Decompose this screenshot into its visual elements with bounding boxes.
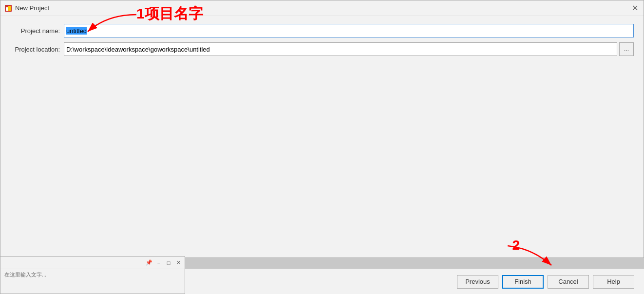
project-location-label: Project location: xyxy=(10,46,64,53)
small-window-text: 在这里输入文字... xyxy=(4,272,46,277)
close-button[interactable]: ✕ xyxy=(630,3,640,13)
title-bar: New Project ✕ xyxy=(0,0,644,16)
project-name-label: Project name: xyxy=(10,27,64,35)
svg-rect-1 xyxy=(6,7,8,11)
browse-button[interactable]: ... xyxy=(619,42,634,56)
pin-button[interactable]: 📌 xyxy=(146,259,152,266)
small-close-button[interactable]: ✕ xyxy=(175,259,182,266)
project-name-input[interactable] xyxy=(64,24,634,37)
small-window-title-bar: 📌 − □ ✕ xyxy=(0,257,185,269)
small-floating-window: 📌 − □ ✕ 在这里输入文字... xyxy=(0,256,185,294)
maximize-button[interactable]: □ xyxy=(165,259,172,266)
previous-button[interactable]: Previous xyxy=(457,275,498,289)
content-area: Project name: Project location: ... xyxy=(0,16,644,257)
project-location-row: Project location: ... xyxy=(10,42,634,56)
window-title: New Project xyxy=(15,4,630,12)
project-name-row: Project name: xyxy=(10,24,634,37)
main-dialog: New Project ✕ Project name: Project loca… xyxy=(0,0,644,258)
cancel-button[interactable]: Cancel xyxy=(548,275,589,289)
minimize-button[interactable]: − xyxy=(155,259,162,266)
help-button[interactable]: Help xyxy=(593,275,634,289)
small-window-content: 在这里输入文字... xyxy=(0,269,185,294)
finish-button[interactable]: Finish xyxy=(502,275,544,289)
app-icon xyxy=(4,4,12,12)
project-location-input[interactable] xyxy=(64,42,617,56)
annotation-2-label: 2 xyxy=(512,238,520,253)
svg-rect-2 xyxy=(8,6,11,11)
